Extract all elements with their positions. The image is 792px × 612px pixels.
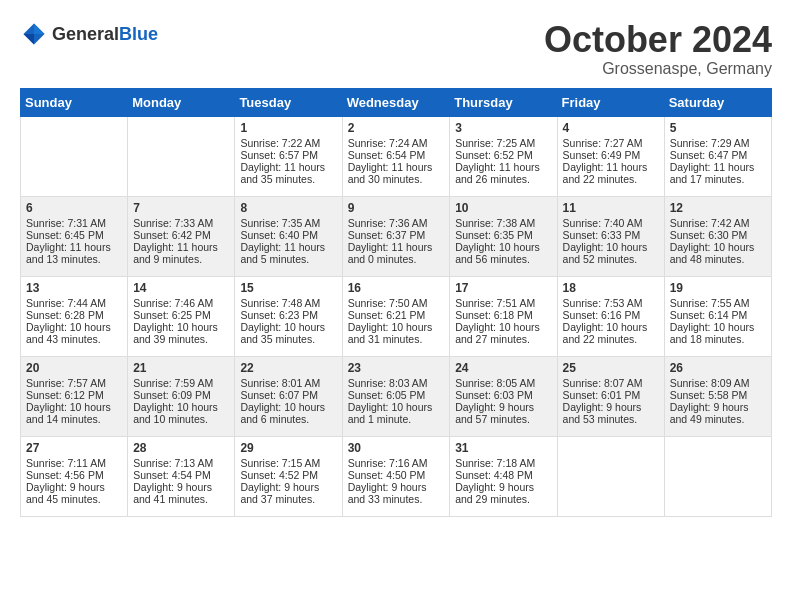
day-info: Daylight: 11 hours and 17 minutes. (670, 161, 766, 185)
day-number: 21 (133, 361, 229, 375)
day-info: Sunset: 6:09 PM (133, 389, 229, 401)
day-info: Daylight: 10 hours and 1 minute. (348, 401, 445, 425)
calendar-day-header: Wednesday (342, 88, 450, 116)
day-info: Sunset: 6:45 PM (26, 229, 122, 241)
day-info: Sunset: 6:42 PM (133, 229, 229, 241)
day-info: Daylight: 10 hours and 39 minutes. (133, 321, 229, 345)
day-number: 29 (240, 441, 336, 455)
day-info: Sunset: 5:58 PM (670, 389, 766, 401)
day-info: Daylight: 9 hours and 57 minutes. (455, 401, 551, 425)
day-info: Sunrise: 7:25 AM (455, 137, 551, 149)
logo: GeneralBlue (20, 20, 158, 48)
day-info: Sunset: 6:25 PM (133, 309, 229, 321)
day-info: Daylight: 10 hours and 22 minutes. (563, 321, 659, 345)
calendar-week-row: 27Sunrise: 7:11 AMSunset: 4:56 PMDayligh… (21, 436, 772, 516)
day-info: Daylight: 9 hours and 53 minutes. (563, 401, 659, 425)
logo-icon (20, 20, 48, 48)
calendar-day-cell: 12Sunrise: 7:42 AMSunset: 6:30 PMDayligh… (664, 196, 771, 276)
calendar-day-cell: 18Sunrise: 7:53 AMSunset: 6:16 PMDayligh… (557, 276, 664, 356)
title-block: October 2024 Grossenaspe, Germany (544, 20, 772, 78)
day-number: 19 (670, 281, 766, 295)
day-info: Sunrise: 7:11 AM (26, 457, 122, 469)
day-info: Sunset: 6:03 PM (455, 389, 551, 401)
calendar-day-header: Saturday (664, 88, 771, 116)
day-number: 31 (455, 441, 551, 455)
calendar-day-cell: 13Sunrise: 7:44 AMSunset: 6:28 PMDayligh… (21, 276, 128, 356)
day-info: Sunrise: 7:16 AM (348, 457, 445, 469)
svg-marker-1 (34, 24, 45, 35)
day-info: Daylight: 9 hours and 33 minutes. (348, 481, 445, 505)
day-number: 17 (455, 281, 551, 295)
day-number: 24 (455, 361, 551, 375)
day-info: Sunset: 6:01 PM (563, 389, 659, 401)
day-number: 23 (348, 361, 445, 375)
day-info: Sunset: 6:37 PM (348, 229, 445, 241)
day-number: 7 (133, 201, 229, 215)
calendar-day-cell: 14Sunrise: 7:46 AMSunset: 6:25 PMDayligh… (128, 276, 235, 356)
day-info: Daylight: 9 hours and 45 minutes. (26, 481, 122, 505)
day-info: Sunrise: 7:35 AM (240, 217, 336, 229)
calendar-day-cell: 11Sunrise: 7:40 AMSunset: 6:33 PMDayligh… (557, 196, 664, 276)
day-number: 30 (348, 441, 445, 455)
calendar-day-header: Tuesday (235, 88, 342, 116)
calendar-day-cell: 5Sunrise: 7:29 AMSunset: 6:47 PMDaylight… (664, 116, 771, 196)
calendar-day-cell (557, 436, 664, 516)
day-info: Daylight: 11 hours and 30 minutes. (348, 161, 445, 185)
day-info: Sunrise: 7:29 AM (670, 137, 766, 149)
day-info: Sunrise: 7:53 AM (563, 297, 659, 309)
day-info: Daylight: 9 hours and 41 minutes. (133, 481, 229, 505)
calendar-day-cell: 16Sunrise: 7:50 AMSunset: 6:21 PMDayligh… (342, 276, 450, 356)
calendar-day-cell (128, 116, 235, 196)
calendar-day-cell (664, 436, 771, 516)
day-info: Sunrise: 7:46 AM (133, 297, 229, 309)
day-info: Daylight: 10 hours and 35 minutes. (240, 321, 336, 345)
calendar-day-cell: 8Sunrise: 7:35 AMSunset: 6:40 PMDaylight… (235, 196, 342, 276)
day-info: Sunrise: 7:33 AM (133, 217, 229, 229)
day-info: Sunset: 6:54 PM (348, 149, 445, 161)
day-number: 2 (348, 121, 445, 135)
day-info: Sunset: 6:40 PM (240, 229, 336, 241)
day-info: Sunrise: 7:40 AM (563, 217, 659, 229)
calendar-week-row: 1Sunrise: 7:22 AMSunset: 6:57 PMDaylight… (21, 116, 772, 196)
day-number: 27 (26, 441, 122, 455)
day-info: Sunrise: 8:03 AM (348, 377, 445, 389)
day-info: Daylight: 10 hours and 52 minutes. (563, 241, 659, 265)
day-info: Sunrise: 7:48 AM (240, 297, 336, 309)
logo-general: General (52, 24, 119, 44)
calendar-day-cell: 20Sunrise: 7:57 AMSunset: 6:12 PMDayligh… (21, 356, 128, 436)
day-info: Sunset: 6:52 PM (455, 149, 551, 161)
day-info: Sunset: 4:50 PM (348, 469, 445, 481)
day-info: Sunrise: 8:01 AM (240, 377, 336, 389)
day-info: Daylight: 10 hours and 56 minutes. (455, 241, 551, 265)
day-number: 5 (670, 121, 766, 135)
day-info: Sunrise: 7:13 AM (133, 457, 229, 469)
day-info: Sunrise: 7:59 AM (133, 377, 229, 389)
day-info: Daylight: 9 hours and 37 minutes. (240, 481, 336, 505)
calendar-day-cell: 21Sunrise: 7:59 AMSunset: 6:09 PMDayligh… (128, 356, 235, 436)
day-info: Sunset: 6:49 PM (563, 149, 659, 161)
calendar-table: SundayMondayTuesdayWednesdayThursdayFrid… (20, 88, 772, 517)
day-info: Sunrise: 7:27 AM (563, 137, 659, 149)
day-info: Daylight: 11 hours and 26 minutes. (455, 161, 551, 185)
location-subtitle: Grossenaspe, Germany (544, 60, 772, 78)
calendar-header-row: SundayMondayTuesdayWednesdayThursdayFrid… (21, 88, 772, 116)
calendar-day-cell: 17Sunrise: 7:51 AMSunset: 6:18 PMDayligh… (450, 276, 557, 356)
day-info: Sunset: 4:56 PM (26, 469, 122, 481)
day-info: Sunrise: 7:36 AM (348, 217, 445, 229)
day-info: Daylight: 10 hours and 27 minutes. (455, 321, 551, 345)
day-number: 12 (670, 201, 766, 215)
day-info: Daylight: 10 hours and 18 minutes. (670, 321, 766, 345)
day-number: 9 (348, 201, 445, 215)
day-number: 22 (240, 361, 336, 375)
day-info: Sunset: 6:57 PM (240, 149, 336, 161)
day-info: Daylight: 9 hours and 49 minutes. (670, 401, 766, 425)
calendar-day-cell: 1Sunrise: 7:22 AMSunset: 6:57 PMDaylight… (235, 116, 342, 196)
calendar-week-row: 20Sunrise: 7:57 AMSunset: 6:12 PMDayligh… (21, 356, 772, 436)
day-number: 13 (26, 281, 122, 295)
day-number: 11 (563, 201, 659, 215)
day-number: 3 (455, 121, 551, 135)
calendar-day-cell (21, 116, 128, 196)
day-number: 14 (133, 281, 229, 295)
svg-marker-2 (24, 34, 35, 45)
day-number: 25 (563, 361, 659, 375)
